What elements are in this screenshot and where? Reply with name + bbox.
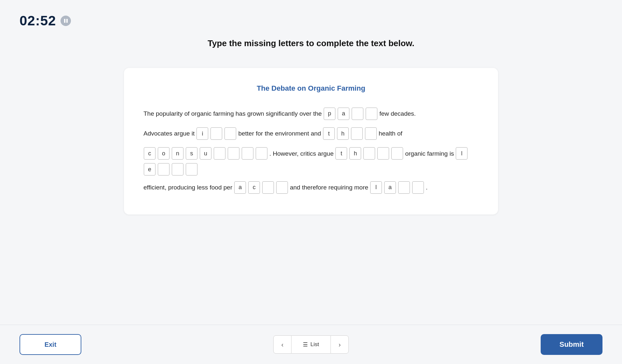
- footer: Exit ‹ ☰ List › Submit: [0, 325, 622, 364]
- next-icon: ›: [339, 341, 341, 348]
- pause-icon: [64, 19, 68, 23]
- letter-box[interactable]: t: [335, 147, 347, 160]
- letter-box[interactable]: s: [186, 147, 197, 160]
- instruction-text: Type the missing letters to complete the…: [208, 38, 414, 48]
- letter-box-input[interactable]: [224, 127, 236, 140]
- letter-box-input[interactable]: [412, 181, 424, 194]
- prev-button[interactable]: ‹: [273, 335, 291, 354]
- letter-box-input[interactable]: [366, 108, 377, 120]
- pause-button[interactable]: [61, 16, 71, 26]
- letter-box-input[interactable]: [351, 127, 363, 140]
- letter-box[interactable]: n: [172, 147, 183, 160]
- letter-box-input[interactable]: [377, 147, 389, 160]
- letter-box-input[interactable]: [172, 163, 183, 176]
- letter-box-input[interactable]: [365, 127, 377, 140]
- pause-bar-right: [66, 19, 68, 23]
- letter-box-input[interactable]: [352, 108, 363, 120]
- letter-box-input[interactable]: [158, 163, 169, 176]
- letter-box-input[interactable]: [214, 147, 225, 160]
- exercise-text-body: The popularity of organic farming has gr…: [143, 106, 479, 198]
- letter-box[interactable]: h: [349, 147, 361, 160]
- submit-button[interactable]: Submit: [541, 334, 602, 355]
- letter-box-input[interactable]: [276, 181, 288, 194]
- letter-box[interactable]: a: [384, 181, 396, 194]
- list-label: List: [310, 341, 319, 348]
- text-segment: better for the environment and: [238, 125, 321, 141]
- text-segment: Advocates argue it: [143, 125, 195, 141]
- letter-box[interactable]: u: [200, 147, 211, 160]
- letter-box-input[interactable]: [256, 147, 267, 160]
- text-segment: and therefore requiring more: [290, 179, 368, 195]
- letter-box-input[interactable]: [242, 147, 253, 160]
- letter-box[interactable]: e: [144, 163, 156, 176]
- letter-box[interactable]: l: [456, 147, 467, 160]
- letter-box[interactable]: i: [196, 127, 208, 140]
- letter-box[interactable]: t: [323, 127, 335, 140]
- text-line-4: efficient, producing less food per a c a…: [143, 179, 479, 195]
- text-segment: few decades.: [379, 106, 416, 122]
- text-segment: .: [426, 179, 427, 195]
- letter-box[interactable]: a: [338, 108, 349, 120]
- timer-row: 02:52: [20, 13, 602, 29]
- letter-box[interactable]: c: [144, 147, 156, 160]
- letter-box[interactable]: a: [234, 181, 246, 194]
- letter-box-input[interactable]: [228, 147, 239, 160]
- letter-box-input[interactable]: [363, 147, 375, 160]
- list-button[interactable]: ☰ List: [291, 335, 331, 354]
- letter-box-input[interactable]: [262, 181, 274, 194]
- letter-box[interactable]: h: [337, 127, 349, 140]
- card-title: The Debate on Organic Farming: [143, 84, 479, 93]
- text-line-1: The popularity of organic farming has gr…: [143, 106, 479, 122]
- letter-box[interactable]: c: [248, 181, 260, 194]
- next-button[interactable]: ›: [331, 335, 349, 354]
- text-segment: health of: [379, 125, 402, 141]
- letter-box-input[interactable]: [186, 163, 197, 176]
- letter-box[interactable]: p: [324, 108, 335, 120]
- pause-bar-left: [64, 19, 65, 23]
- text-segment: The popularity of organic farming has gr…: [143, 106, 322, 122]
- letter-box-input[interactable]: [391, 147, 403, 160]
- prev-icon: ‹: [281, 341, 284, 348]
- exercise-card: The Debate on Organic Farming The popula…: [124, 68, 498, 214]
- letter-box[interactable]: l: [370, 181, 382, 194]
- main-content: 02:52 Type the missing letters to comple…: [0, 0, 622, 325]
- letter-box-input[interactable]: [398, 181, 410, 194]
- navigation-group: ‹ ☰ List ›: [273, 335, 349, 354]
- text-line-3: c o n s u . However, critics argue t h o…: [143, 146, 479, 176]
- text-segment: . However, critics argue: [269, 146, 333, 162]
- letter-box-input[interactable]: [210, 127, 222, 140]
- text-line-2: Advocates argue it i better for the envi…: [143, 125, 479, 141]
- text-segment: efficient, producing less food per: [143, 179, 232, 195]
- list-icon: ☰: [303, 341, 308, 348]
- exit-button[interactable]: Exit: [20, 334, 81, 355]
- text-segment: organic farming is: [405, 146, 454, 162]
- timer-display: 02:52: [20, 13, 56, 29]
- letter-box[interactable]: o: [158, 147, 169, 160]
